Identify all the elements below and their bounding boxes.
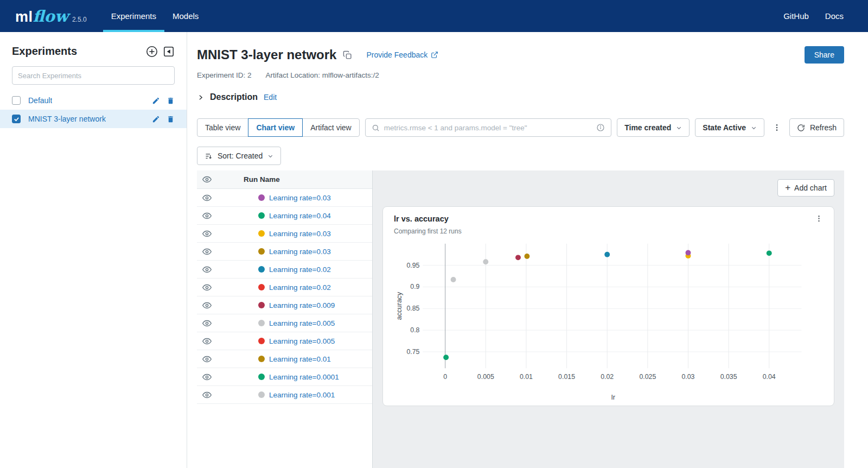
- rename-experiment-button[interactable]: [152, 97, 160, 105]
- nav-link-docs[interactable]: Docs: [817, 0, 852, 32]
- eye-icon: [202, 265, 212, 274]
- create-experiment-button[interactable]: [146, 46, 158, 58]
- run-name-link[interactable]: Learning rate=0.009: [269, 301, 335, 309]
- scatter-plot[interactable]: 0.750.80.850.90.9500.0050.010.0150.020.0…: [394, 236, 823, 403]
- run-name-link[interactable]: Learning rate=0.02: [269, 283, 331, 292]
- run-name-link[interactable]: Learning rate=0.03: [269, 194, 331, 202]
- run-name-column-header: Run Name: [244, 175, 280, 184]
- experiment-page: MNIST 3-layer network Provide Feedback S…: [187, 32, 868, 468]
- run-table-row: Learning rate=0.001: [197, 386, 372, 404]
- run-visibility-toggle[interactable]: [202, 265, 213, 274]
- add-chart-button[interactable]: + Add chart: [777, 179, 834, 197]
- pencil-icon: [152, 97, 160, 105]
- run-table-row: Learning rate=0.005: [197, 332, 372, 350]
- run-visibility-toggle[interactable]: [202, 355, 213, 364]
- delete-experiment-button[interactable]: [167, 115, 175, 123]
- nav-tab-experiments[interactable]: Experiments: [103, 0, 164, 32]
- primary-nav: Experiments Models: [103, 0, 207, 32]
- run-table-row: Learning rate=0.03: [197, 225, 372, 243]
- experiments-sidebar: Experiments Default: [0, 32, 187, 468]
- view-tab-chart-view[interactable]: Chart view: [248, 118, 303, 137]
- run-name-link[interactable]: Learning rate=0.005: [269, 319, 335, 327]
- experiment-name-link[interactable]: Default: [28, 96, 52, 105]
- chevron-right-icon[interactable]: [197, 94, 204, 101]
- run-visibility-toggle[interactable]: [202, 283, 213, 292]
- top-navbar: ml flow 2.5.0 Experiments Models GitHub …: [0, 0, 868, 32]
- eye-icon: [202, 372, 212, 382]
- mlflow-app: ml flow 2.5.0 Experiments Models GitHub …: [0, 0, 868, 468]
- run-visibility-toggle[interactable]: [202, 247, 213, 256]
- run-name-link[interactable]: Learning rate=0.005: [269, 337, 335, 345]
- eye-icon: [202, 283, 212, 292]
- state-filter[interactable]: State Active: [695, 118, 764, 137]
- runs-table-header: Run Name: [197, 170, 372, 189]
- experiment-checkbox[interactable]: [12, 96, 21, 105]
- delete-experiment-button[interactable]: [167, 97, 175, 105]
- plus-circle-icon: [146, 46, 158, 58]
- trash-icon: [167, 97, 175, 105]
- kebab-menu-icon: [773, 123, 781, 132]
- toggle-all-visibility-button[interactable]: [202, 175, 213, 184]
- svg-text:0.03: 0.03: [681, 373, 694, 381]
- chevron-down-icon: [267, 153, 273, 159]
- eye-icon: [202, 301, 212, 310]
- view-tab-artifact-view[interactable]: Artifact view: [302, 118, 359, 137]
- pencil-icon: [152, 115, 160, 123]
- run-name-link[interactable]: Learning rate=0.02: [269, 265, 331, 274]
- run-visibility-toggle[interactable]: [202, 390, 213, 400]
- svg-text:0.9: 0.9: [410, 283, 419, 290]
- nav-tab-models[interactable]: Models: [164, 0, 207, 32]
- rename-experiment-button[interactable]: [152, 115, 160, 123]
- sort-row: Sort: Created: [197, 147, 844, 165]
- run-table-row: Learning rate=0.03: [197, 243, 372, 261]
- description-label[interactable]: Description: [210, 92, 258, 102]
- experiment-list-item-default[interactable]: Default: [0, 91, 187, 110]
- experiment-name-link[interactable]: MNIST 3-layer network: [28, 115, 106, 123]
- secondary-nav: GitHub Docs: [775, 0, 852, 32]
- run-name-link[interactable]: Learning rate=0.03: [269, 248, 331, 256]
- description-edit-link[interactable]: Edit: [264, 93, 277, 102]
- collapse-sidebar-button[interactable]: [163, 46, 175, 58]
- run-visibility-toggle[interactable]: [202, 229, 213, 238]
- run-visibility-toggle[interactable]: [202, 211, 213, 220]
- run-name-link[interactable]: Learning rate=0.04: [269, 212, 331, 220]
- logo-ml-text: ml: [15, 9, 33, 26]
- experiment-checkbox[interactable]: [12, 115, 21, 123]
- run-visibility-toggle[interactable]: [202, 301, 213, 310]
- more-options-button[interactable]: [770, 121, 784, 134]
- eye-icon: [202, 355, 212, 364]
- run-name-link[interactable]: Learning rate=0.001: [269, 391, 335, 399]
- share-button[interactable]: Share: [805, 46, 844, 64]
- runs-toolbar: Table viewChart viewArtifact view Time c…: [197, 118, 844, 137]
- sort-dropdown[interactable]: Sort: Created: [197, 147, 281, 165]
- experiments-list: Default MNIST 3-layer network: [0, 91, 187, 128]
- runs-search-input[interactable]: [384, 124, 592, 132]
- experiment-list-item-mnist[interactable]: MNIST 3-layer network: [0, 110, 187, 128]
- run-visibility-toggle[interactable]: [202, 337, 213, 346]
- run-name-link[interactable]: Learning rate=0.03: [269, 230, 331, 238]
- run-color-dot: [258, 338, 265, 344]
- eye-icon: [202, 390, 212, 400]
- time-created-filter[interactable]: Time created: [617, 118, 690, 137]
- svg-text:0.95: 0.95: [406, 262, 419, 269]
- mlflow-logo[interactable]: ml flow 2.5.0: [15, 7, 87, 26]
- refresh-button[interactable]: Refresh: [789, 118, 844, 137]
- eye-icon: [202, 193, 212, 203]
- run-name-link[interactable]: Learning rate=0.01: [269, 355, 331, 363]
- run-visibility-toggle[interactable]: [202, 372, 213, 382]
- nav-link-github[interactable]: GitHub: [775, 0, 817, 32]
- run-name-link[interactable]: Learning rate=0.0001: [269, 373, 339, 381]
- run-visibility-toggle[interactable]: [202, 319, 213, 328]
- copy-icon: [343, 50, 352, 60]
- run-table-row: Learning rate=0.03: [197, 189, 372, 207]
- view-tab-table-view[interactable]: Table view: [197, 118, 248, 137]
- chart-options-button[interactable]: [815, 214, 823, 223]
- run-table-row: Learning rate=0.02: [197, 279, 372, 296]
- copy-experiment-name-button[interactable]: [343, 50, 352, 60]
- experiments-search-input[interactable]: [12, 66, 175, 85]
- provide-feedback-link[interactable]: Provide Feedback: [366, 50, 438, 59]
- runs-search-box: [365, 118, 612, 137]
- svg-text:lr: lr: [611, 393, 616, 401]
- run-visibility-toggle[interactable]: [202, 193, 213, 203]
- info-icon[interactable]: [596, 123, 605, 132]
